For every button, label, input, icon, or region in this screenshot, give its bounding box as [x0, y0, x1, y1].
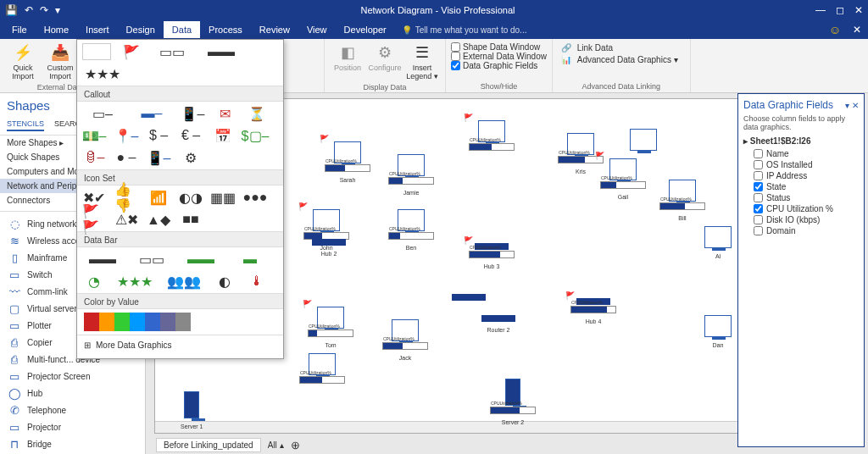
network-node[interactable]: Server 1	[181, 391, 203, 429]
dgf-field[interactable]: Name	[743, 148, 859, 159]
dgf-field[interactable]: IP Address	[743, 170, 859, 181]
network-node[interactable]: CPUUtilization%	[299, 353, 345, 389]
gallery-item[interactable]: ⏳	[245, 105, 269, 122]
color-swatch[interactable]	[84, 313, 99, 331]
page-all[interactable]: All ▴	[268, 440, 284, 450]
gallery-item[interactable]: 📶	[147, 189, 170, 206]
gallery-item[interactable]: 👥👥	[164, 273, 204, 290]
shape-item[interactable]: ▭Projector Screen	[0, 368, 145, 385]
shape-item[interactable]: ✆Telephone	[0, 401, 145, 418]
gallery-item[interactable]: ★★★	[82, 65, 123, 82]
gallery-item[interactable]: ★★★	[114, 273, 155, 290]
gallery-item[interactable]: ▬▬	[82, 251, 123, 268]
dgf-root[interactable]: ▸ Sheet1!$B2:I26	[743, 136, 859, 146]
dgf-field[interactable]: CPU Utilization %	[743, 203, 859, 214]
gallery-item[interactable]: ◐	[213, 273, 236, 290]
tab-design[interactable]: Design	[118, 21, 164, 38]
gallery-item[interactable]: ●●●	[243, 189, 267, 206]
dgf-field[interactable]: State	[743, 181, 859, 192]
gallery-item[interactable]: ▬–	[131, 105, 172, 122]
network-node[interactable]: 🚩CPUUtilization%Sarah	[325, 141, 370, 183]
network-node[interactable]: Hub 2	[312, 239, 346, 257]
minimize-icon[interactable]: —	[815, 4, 826, 16]
tab-stencils[interactable]: STENCILS	[7, 119, 44, 131]
network-node[interactable]: CPUUtilization%Server 2	[490, 379, 536, 425]
gallery-item[interactable]: ● –	[114, 149, 138, 166]
maximize-icon[interactable]: ◻	[836, 4, 844, 16]
page-tab[interactable]: Before Linking_updated	[156, 438, 261, 452]
network-node[interactable]: CPUUtilization%Jamie	[388, 154, 434, 196]
gallery-item[interactable]: 📍–	[114, 127, 138, 144]
gallery-item[interactable]: 🌡	[245, 273, 269, 290]
color-swatch[interactable]	[145, 313, 160, 331]
check-data-graphic-fields[interactable]: Data Graphic Fields	[451, 61, 547, 70]
quick-import-button[interactable]: ⚡Quick Import	[5, 41, 41, 81]
gallery-item[interactable]: ▭▭	[131, 251, 172, 268]
gallery-item[interactable]: ▦▦	[211, 189, 235, 206]
network-node[interactable]: 🚩CPUUtilization%Tom	[308, 307, 353, 348]
shape-item[interactable]: ◯Hub	[0, 385, 145, 401]
gallery-item[interactable]: $▢–	[243, 127, 267, 144]
tab-review[interactable]: Review	[251, 21, 298, 38]
gallery-item[interactable]: € –	[179, 127, 203, 144]
tab-view[interactable]: View	[298, 21, 336, 38]
more-data-graphics[interactable]: ⊞More Data Graphics	[77, 335, 283, 355]
network-node[interactable]: 🚩CPUUtilization%Gail	[600, 158, 646, 200]
color-swatch[interactable]	[130, 313, 145, 331]
tab-home[interactable]: Home	[36, 21, 77, 38]
dgf-field[interactable]: Status	[743, 192, 859, 203]
check-external-data[interactable]: External Data Window	[451, 52, 547, 61]
panel-close-icon[interactable]: ▾ ✕	[845, 101, 859, 110]
gallery-item[interactable]: ▲◆	[147, 211, 170, 228]
gallery-item[interactable]: 📱–	[181, 105, 204, 122]
gallery-item[interactable]: $ –	[147, 127, 170, 144]
gallery-item[interactable]: ✉	[213, 105, 236, 122]
configure-button[interactable]: ⚙Configure	[367, 41, 403, 73]
network-node[interactable]: 🚩CPUUtilization%	[469, 120, 515, 156]
custom-import-button[interactable]: 📥Custom Import	[42, 41, 78, 81]
gallery-item[interactable]: ■■	[179, 211, 203, 228]
gallery-item[interactable]: ▭–	[82, 105, 123, 122]
feedback-icon[interactable]: ☺	[829, 23, 841, 36]
network-node[interactable]: 🚩CPUUtilization%Hub 4	[570, 298, 616, 324]
dgf-field[interactable]: Domain	[743, 225, 859, 236]
insert-legend-button[interactable]: ☰Insert Legend ▾	[404, 41, 440, 81]
advanced-graphics-button[interactable]: 📊 Advanced Data Graphics ▾	[558, 54, 685, 65]
check-shape-data[interactable]: Shape Data Window	[451, 42, 547, 52]
network-node[interactable]: Dan	[704, 315, 732, 348]
gallery-item[interactable]: ◐◑	[179, 189, 203, 206]
link-data-button[interactable]: 🔗 Link Data	[558, 42, 685, 53]
shape-item[interactable]: ▭Projector	[0, 418, 145, 435]
network-node[interactable]	[630, 129, 657, 156]
gallery-item[interactable]: ⚙	[179, 149, 203, 166]
tab-insert[interactable]: Insert	[77, 21, 118, 38]
shape-item[interactable]: ⊓Bridge	[0, 435, 145, 452]
gallery-item[interactable]: ▭▭	[152, 43, 192, 60]
network-node[interactable]	[452, 294, 486, 306]
close-icon[interactable]: ✕	[854, 4, 863, 16]
network-node[interactable]: 🚩CPUUtilization%Hub 3	[469, 243, 515, 269]
color-swatch[interactable]	[114, 313, 130, 331]
tell-me[interactable]: 💡Tell me what you want to do...	[402, 25, 527, 35]
color-swatch[interactable]	[175, 313, 191, 331]
gallery-item[interactable]: 🚩🚩	[82, 211, 106, 228]
redo-icon[interactable]: ↷	[40, 4, 48, 16]
position-button[interactable]: ◧Position	[330, 41, 365, 73]
network-node[interactable]: CPUUtilization%Jack	[382, 319, 428, 361]
tab-file[interactable]: File	[3, 21, 36, 38]
gallery-item[interactable]: 📱–	[147, 149, 170, 166]
gallery-item[interactable]: ⚠✖	[114, 211, 138, 228]
add-page-icon[interactable]: ⊕	[291, 439, 300, 451]
network-node[interactable]: CPUUtilization%Bill	[659, 180, 705, 221]
gallery-item[interactable]: 💵–	[82, 127, 106, 144]
gallery-item[interactable]: ◔	[82, 273, 106, 290]
color-swatch[interactable]	[160, 313, 175, 331]
undo-icon[interactable]: ↶	[25, 4, 33, 16]
gallery-item[interactable]: ▬	[230, 251, 270, 268]
network-node[interactable]: Router 2	[481, 315, 515, 333]
network-node[interactable]: CPUUtilization%Ben	[388, 209, 434, 251]
save-icon[interactable]: 💾	[5, 4, 18, 16]
tab-developer[interactable]: Developer	[336, 21, 395, 38]
tab-data[interactable]: Data	[164, 21, 200, 38]
gallery-item[interactable]: 📅	[211, 127, 235, 144]
